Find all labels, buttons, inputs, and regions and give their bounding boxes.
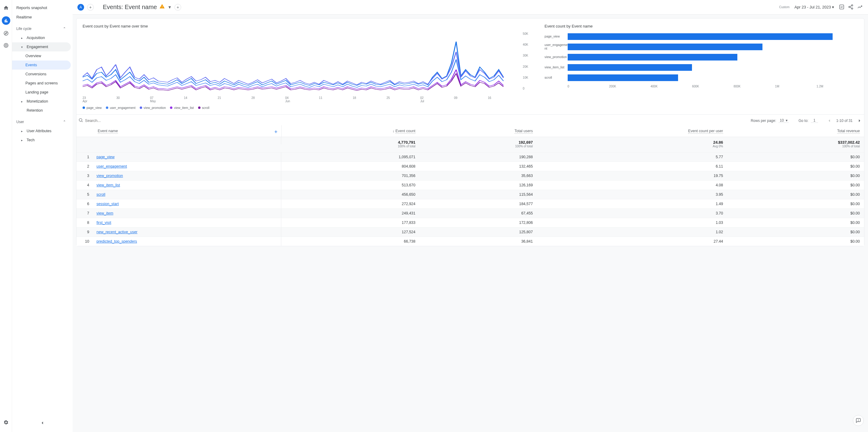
cell-per-user: 3.95 [537,190,727,199]
legend-item[interactable]: scroll [198,106,210,110]
cell-total-users: 172,806 [420,218,537,227]
sidebar-tech[interactable]: ▸Tech [12,135,71,145]
col3-text: Event count per user [688,129,723,134]
col1-text: Event count [395,129,415,134]
title-dropdown-icon[interactable]: ▾ [167,4,172,10]
event-link[interactable]: predicted_top_spenders [96,239,137,244]
col-per-user[interactable]: Event count per user [537,125,727,137]
home-icon[interactable] [2,4,10,11]
svg-point-4 [851,4,853,6]
cell-revenue: $0.00 [727,190,864,199]
explore-icon[interactable] [2,30,10,37]
cell-event-count: 127,524 [281,227,420,237]
sidebar-realtime[interactable]: Realtime [12,12,71,22]
row-index: 7 [83,211,89,215]
row-index: 9 [83,230,89,234]
sidebar-events[interactable]: Events [12,61,71,69]
advertising-icon[interactable] [2,42,10,49]
retention-label: Retention [27,108,43,113]
col-event-name[interactable]: Event name+ [76,125,281,137]
total-pu-sub: Avg 0% [541,145,723,148]
legend-item[interactable]: user_engagement [106,106,135,110]
main: A + Events: Event name ▾ + Custom Apr 23… [72,0,868,432]
legend-item[interactable]: view_item_list [170,106,193,110]
event-link[interactable]: new_recent_active_user [96,230,137,234]
event-link[interactable]: session_start [96,202,119,206]
event-link[interactable]: user_engagement [96,164,127,168]
bar-row: scroll [545,72,858,83]
bar-row: page_view [545,31,858,42]
insights-icon[interactable] [857,4,863,10]
cell-event-count: 701,356 [281,171,420,181]
goto-input[interactable]: 1 [811,118,818,123]
add-segment-button[interactable]: + [87,4,94,10]
cell-event-count: 513,670 [281,181,420,190]
add-metric-button[interactable]: + [274,129,278,135]
col-revenue[interactable]: Total revenue [727,125,864,137]
sidebar-engagement[interactable]: ▾Engagement [12,42,71,52]
cell-event-count: 456,650 [281,190,420,199]
collapse-sidebar-icon[interactable] [12,420,72,427]
event-link[interactable]: view_item_list [96,183,120,187]
legend-item[interactable]: view_promotion [140,106,166,110]
caret-right-icon: ▸ [21,129,24,133]
cell-event-count: 804,608 [281,162,420,171]
customize-icon[interactable] [839,4,845,10]
rows-per-page-label: Rows per page: [751,119,776,123]
total-ec-sub: 100% of total [285,145,415,148]
warning-icon[interactable] [159,4,165,10]
date-range-picker[interactable]: Apr 23 - Jul 21, 2023 ▾ [795,5,834,9]
sidebar-section-user[interactable]: User ⌃ [12,117,71,126]
total-rev-sub: 100% of total [732,145,860,148]
bar-chart[interactable]: page_viewuser_engagementview_promotionvi… [545,31,858,83]
total-tu-sub: 100% of total [424,145,533,148]
caret-right-icon: ▸ [21,138,24,142]
search-input[interactable] [85,118,146,123]
cell-total-users: 35,663 [420,171,537,181]
sidebar-pages[interactable]: Pages and screens [12,79,71,88]
sidebar-overview[interactable]: Overview [12,52,71,61]
segment-chip[interactable]: A [78,4,84,10]
bar-label: user_engagement [545,43,565,50]
bar-fill [568,43,763,50]
bar-chart-panel: Event count by Event name page_viewuser_… [539,19,864,113]
cell-per-user: 4.08 [537,181,727,190]
topbar: A + Events: Event name ▾ + Custom Apr 23… [72,0,868,14]
settings-icon[interactable] [2,419,10,426]
sidebar-conversions[interactable]: Conversions [12,69,71,79]
col-total-users[interactable]: Total users [420,125,537,137]
sidebar-monetization[interactable]: ▸Monetization [12,97,71,106]
event-link[interactable]: first_visit [96,220,111,225]
line-chart[interactable]: 50K40K30K20K10K0 [83,31,533,95]
event-link[interactable]: page_view [96,155,115,159]
sidebar-user-attributes[interactable]: ▸User Attributes [12,126,71,135]
add-dimension-button[interactable]: + [175,4,181,10]
cell-revenue: $0.00 [727,237,864,246]
cell-total-users: 125,807 [420,227,537,237]
prev-page-icon[interactable] [827,118,832,123]
reports-icon[interactable] [2,16,10,25]
sidebar-retention[interactable]: ▸Retention [12,106,71,115]
sidebar-landing[interactable]: Landing page [12,88,71,97]
cell-per-user: 3.70 [537,209,727,218]
event-link[interactable]: scroll [96,192,105,197]
svg-point-2 [5,44,7,46]
feedback-button[interactable] [853,415,864,426]
page-title-text: Events: Event name [103,4,157,10]
cell-per-user: 5.77 [537,152,727,162]
share-icon[interactable] [848,4,854,10]
rows-per-page-select[interactable]: 10 ▾ [778,118,789,123]
user-label: User [16,120,24,124]
sidebar-acquisition[interactable]: ▸Acquisition [12,33,71,42]
table-controls: Rows per page: 10 ▾ Go to: 1 1-10 of 31 [76,114,864,125]
event-link[interactable]: view_promotion [96,174,123,178]
nav-rail [0,0,12,432]
sidebar-section-lifecycle[interactable]: Life cycle ⌃ [12,24,71,33]
col-event-count[interactable]: ↓ Event count [281,125,420,137]
sort-desc-icon: ↓ [393,129,394,133]
next-page-icon[interactable] [857,118,862,123]
legend-item[interactable]: page_view [83,106,102,110]
event-link[interactable]: view_item [96,211,114,215]
events-table: Event name+ ↓ Event count Total users Ev… [76,125,864,246]
sidebar-reports-snapshot[interactable]: Reports snapshot [12,3,71,12]
